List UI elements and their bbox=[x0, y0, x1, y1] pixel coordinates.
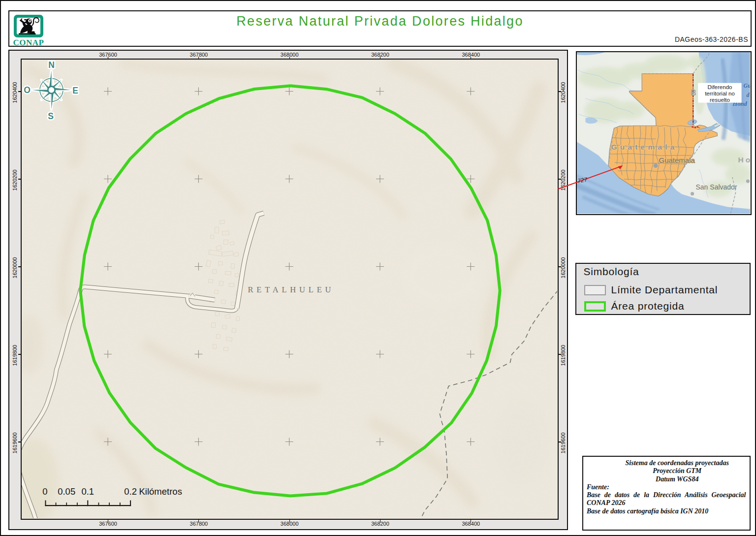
svg-text:0.2: 0.2 bbox=[124, 486, 137, 497]
svg-text:S: S bbox=[48, 111, 54, 121]
svg-text:0.1: 0.1 bbox=[81, 486, 94, 497]
svg-text:Gu: Gu bbox=[744, 82, 751, 89]
svg-text:RETALHULEU: RETALHULEU bbox=[248, 285, 335, 294]
svg-text:territorial no: territorial no bbox=[705, 90, 735, 96]
svg-text:Kilómetros: Kilómetros bbox=[139, 486, 182, 497]
svg-text:Diferendo: Diferendo bbox=[708, 84, 732, 90]
svg-text:O: O bbox=[24, 85, 31, 95]
svg-text:B: B bbox=[691, 89, 696, 97]
svg-text:Guatemala: Guatemala bbox=[659, 156, 695, 164]
svg-text:Guatemala: Guatemala bbox=[611, 143, 678, 151]
svg-text:0.05: 0.05 bbox=[58, 486, 75, 497]
svg-text:N: N bbox=[48, 60, 55, 70]
svg-text:San Salvador: San Salvador bbox=[696, 183, 737, 191]
svg-text:d: d bbox=[747, 92, 750, 98]
svg-text:E: E bbox=[72, 86, 78, 95]
svg-text:resuelto: resuelto bbox=[710, 96, 730, 102]
svg-text:0: 0 bbox=[42, 486, 47, 497]
svg-text:Ho: Ho bbox=[738, 155, 751, 163]
svg-text:CONAP: CONAP bbox=[13, 38, 44, 46]
